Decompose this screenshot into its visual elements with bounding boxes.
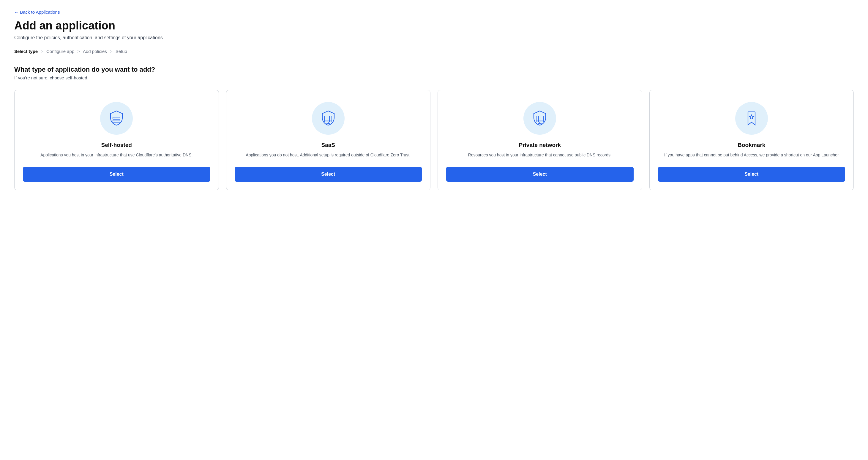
page-title: Add an application — [14, 19, 854, 32]
page-subtitle: Configure the policies, authentication, … — [14, 35, 854, 40]
breadcrumb-sep-1: > — [41, 49, 43, 54]
card-private-network-desc: Resources you host in your infrastructur… — [468, 152, 612, 159]
card-saas: SaaS Applications you do not host. Addit… — [226, 90, 431, 190]
private-network-icon-circle — [523, 102, 556, 135]
section-subtitle: If you're not sure, choose self-hosted. — [14, 75, 854, 80]
svg-rect-4 — [325, 116, 332, 122]
breadcrumb-step-3: Add policies — [83, 49, 107, 54]
svg-rect-11 — [536, 116, 543, 122]
breadcrumb-sep-3: > — [110, 49, 113, 54]
breadcrumb-step-1: Select type — [14, 49, 38, 54]
select-self-hosted-button[interactable]: Select — [23, 167, 210, 182]
private-network-icon — [531, 109, 549, 127]
card-self-hosted: Self-hosted Applications you host in you… — [14, 90, 219, 190]
select-private-network-button[interactable]: Select — [446, 167, 633, 182]
section-title: What type of application do you want to … — [14, 66, 854, 74]
card-bookmark: Bookmark If you have apps that cannot be… — [649, 90, 854, 190]
select-saas-button[interactable]: Select — [235, 167, 422, 182]
card-self-hosted-desc: Applications you host in your infrastruc… — [40, 152, 192, 159]
card-private-network: Private network Resources you host in yo… — [438, 90, 642, 190]
breadcrumb-sep-2: > — [77, 49, 80, 54]
self-hosted-icon — [107, 109, 125, 127]
card-saas-title: SaaS — [321, 142, 335, 148]
self-hosted-icon-circle — [100, 102, 133, 135]
cards-grid: Self-hosted Applications you host in you… — [14, 90, 854, 190]
card-private-network-title: Private network — [519, 142, 561, 148]
bookmark-icon — [743, 109, 761, 127]
svg-point-3 — [114, 121, 114, 121]
card-bookmark-desc: If you have apps that cannot be put behi… — [664, 152, 839, 159]
breadcrumb: Select type > Configure app > Add polici… — [14, 49, 854, 54]
back-to-applications-link[interactable]: ← Back to Applications — [14, 9, 60, 15]
svg-point-2 — [114, 118, 114, 118]
select-bookmark-button[interactable]: Select — [658, 167, 845, 182]
card-self-hosted-title: Self-hosted — [101, 142, 132, 148]
card-saas-desc: Applications you do not host. Additional… — [246, 152, 410, 159]
saas-icon — [319, 109, 337, 127]
bookmark-icon-circle — [735, 102, 768, 135]
saas-icon-circle — [312, 102, 345, 135]
breadcrumb-step-4: Setup — [116, 49, 127, 54]
breadcrumb-step-2: Configure app — [46, 49, 74, 54]
card-bookmark-title: Bookmark — [738, 142, 765, 148]
